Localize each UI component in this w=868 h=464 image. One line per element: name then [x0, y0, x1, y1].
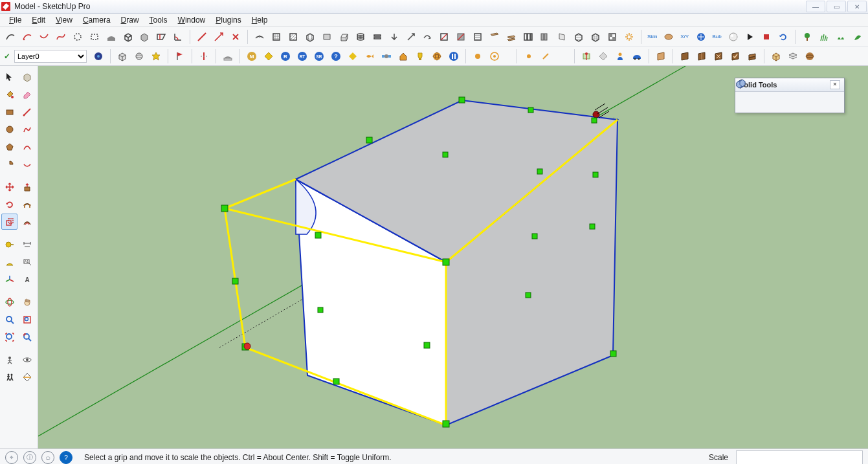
- tool-car[interactable]: [629, 49, 645, 64]
- panel-header[interactable]: Solid Tools ×: [735, 78, 844, 92]
- tool-grid-check[interactable]: [605, 29, 620, 45]
- solid-split[interactable]: [827, 94, 841, 110]
- tool-panels-1[interactable]: [520, 29, 536, 45]
- tool-shrub[interactable]: [833, 29, 849, 45]
- tool-red-flag[interactable]: [172, 49, 188, 64]
- measurements-input[interactable]: [736, 450, 863, 464]
- tool-curve-1[interactable]: [3, 29, 18, 45]
- tool-arrow-red[interactable]: [211, 29, 227, 45]
- solid-union[interactable]: [773, 94, 788, 110]
- tool-freehand[interactable]: [19, 121, 35, 137]
- tool-board-2[interactable]: [504, 29, 519, 45]
- menu-view[interactable]: View: [50, 14, 78, 26]
- tool-followme[interactable]: [19, 196, 35, 212]
- tool-component[interactable]: [19, 69, 35, 85]
- menu-draw[interactable]: Draw: [116, 14, 144, 26]
- tool-3dtext[interactable]: A: [19, 271, 35, 287]
- tool-box-2[interactable]: [137, 29, 153, 45]
- tool-section[interactable]: [19, 369, 35, 385]
- tool-rect-dashed[interactable]: [87, 29, 102, 45]
- solid-trim[interactable]: [808, 94, 823, 110]
- tool-circle-dashed[interactable]: [70, 29, 85, 45]
- viewport[interactable]: Solid Tools ×: [38, 66, 868, 448]
- solid-outer-shell[interactable]: [738, 94, 753, 110]
- tool-eraser[interactable]: [19, 86, 35, 102]
- tool-book-stack[interactable]: [744, 49, 760, 64]
- tool-play[interactable]: [742, 29, 758, 45]
- tool-hatch-1[interactable]: [252, 29, 267, 45]
- tool-grid-box[interactable]: [302, 29, 318, 45]
- tool-walk[interactable]: [1, 369, 17, 385]
- tool-sphere-brown[interactable]: [802, 49, 818, 64]
- tool-tape[interactable]: [1, 236, 17, 252]
- tool-curve-2[interactable]: [19, 29, 35, 45]
- solid-intersect[interactable]: [755, 94, 770, 110]
- tool-position-camera[interactable]: [1, 351, 17, 368]
- tool-box-yellow[interactable]: [768, 49, 784, 64]
- layer-visible-icon[interactable]: ✓: [3, 52, 12, 61]
- tool-target-orange[interactable]: [487, 49, 502, 64]
- menu-edit[interactable]: Edit: [27, 14, 50, 26]
- tool-look-around[interactable]: [19, 351, 35, 368]
- tool-face[interactable]: [319, 29, 335, 45]
- tool-surface[interactable]: [104, 29, 119, 45]
- status-help-icon[interactable]: ?: [60, 451, 72, 464]
- tool-house[interactable]: [395, 49, 411, 64]
- tool-hatch-2[interactable]: [269, 29, 284, 45]
- tool-orbit[interactable]: [1, 294, 17, 310]
- tool-pushpull[interactable]: [19, 179, 35, 195]
- status-geo-icon[interactable]: ⌖: [5, 451, 18, 464]
- tool-angle[interactable]: [170, 29, 186, 45]
- tool-text[interactable]: A1: [19, 254, 35, 270]
- tool-diamond-gray[interactable]: [595, 49, 611, 64]
- tool-curve-3[interactable]: [36, 29, 52, 45]
- status-user-icon[interactable]: ☺: [41, 451, 54, 464]
- tool-paintbucket[interactable]: [1, 86, 17, 102]
- menu-plugins[interactable]: Plugins: [210, 14, 246, 26]
- tool-pie[interactable]: [1, 156, 17, 172]
- tool-stop[interactable]: [759, 29, 774, 45]
- tool-layers-icon[interactable]: [785, 49, 801, 64]
- tool-rotate[interactable]: [1, 196, 17, 212]
- layer-manager-button[interactable]: [91, 49, 106, 64]
- tool-sheet[interactable]: [554, 29, 570, 45]
- close-button[interactable]: ✕: [847, 1, 867, 12]
- tool-board-1[interactable]: [487, 29, 502, 45]
- minimize-button[interactable]: —: [806, 1, 825, 12]
- menu-window[interactable]: Window: [173, 14, 211, 26]
- tool-line[interactable]: [19, 104, 35, 120]
- tool-circle[interactable]: [1, 121, 17, 137]
- tool-curve-4[interactable]: [53, 29, 69, 45]
- tool-hatch-diag[interactable]: [436, 29, 452, 45]
- tool-sphere[interactable]: [131, 49, 147, 64]
- tool-star[interactable]: [148, 49, 164, 64]
- tool-trophy[interactable]: [412, 49, 428, 64]
- status-credits-icon[interactable]: ⓘ: [23, 451, 36, 464]
- badge-r[interactable]: R: [278, 49, 293, 64]
- tool-book-check[interactable]: [728, 49, 743, 64]
- tool-slash-orange[interactable]: [538, 49, 553, 64]
- tool-hatch-cube[interactable]: [571, 29, 586, 45]
- tool-arrow-diag[interactable]: [403, 29, 419, 45]
- tool-arrow-curve[interactable]: [420, 29, 436, 45]
- tool-satellite[interactable]: [379, 49, 394, 64]
- tool-arc2[interactable]: [19, 156, 35, 172]
- tool-arc[interactable]: [19, 138, 35, 155]
- menu-file[interactable]: File: [4, 14, 27, 26]
- tool-polygon[interactable]: [1, 138, 17, 155]
- tool-diamond-yellow[interactable]: [345, 49, 361, 64]
- tool-dot-orange[interactable]: [470, 49, 485, 64]
- tool-fish[interactable]: [362, 49, 377, 64]
- layer-select[interactable]: Layer0: [14, 50, 87, 63]
- tool-arrow-down[interactable]: [386, 29, 402, 45]
- tool-book-dark-2[interactable]: [694, 49, 709, 64]
- badge-sr[interactable]: SR: [311, 49, 327, 64]
- tool-divider-red[interactable]: [196, 49, 212, 64]
- tool-gauge[interactable]: [220, 49, 236, 64]
- tool-scale[interactable]: [1, 214, 17, 230]
- tool-dot-small[interactable]: [521, 49, 537, 64]
- tool-dimension[interactable]: [19, 236, 35, 252]
- tool-bub[interactable]: [726, 29, 741, 45]
- tool-zoomextents[interactable]: [1, 329, 17, 345]
- tool-zoomwindow[interactable]: [19, 311, 35, 327]
